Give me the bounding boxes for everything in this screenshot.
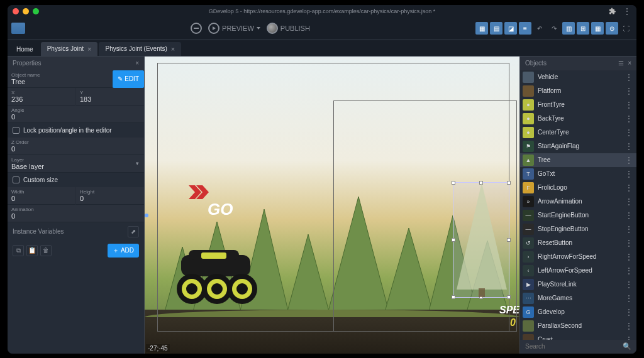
groups-panel-icon[interactable]: ▤ bbox=[490, 22, 502, 35]
zoom-fit-icon[interactable]: ⊙ bbox=[606, 22, 618, 35]
search-input[interactable] bbox=[525, 343, 623, 350]
object-item[interactable]: ›RightArrowForSpeed⋮ bbox=[520, 250, 636, 264]
object-menu-icon[interactable]: ⋮ bbox=[624, 335, 634, 340]
undo-icon[interactable]: ↶ bbox=[533, 22, 546, 35]
close-icon[interactable]: × bbox=[87, 45, 91, 53]
tab-scene[interactable]: Physics Joint × bbox=[41, 42, 98, 56]
instance-variables-header: Instance Variables ⬈ bbox=[8, 222, 144, 241]
object-menu-icon[interactable]: ⋮ bbox=[624, 294, 634, 303]
object-name: Tree bbox=[538, 156, 620, 163]
z-order-field[interactable]: 0 bbox=[11, 145, 15, 153]
object-item[interactable]: Platform⋮ bbox=[520, 84, 636, 98]
object-menu-icon[interactable]: ⋮ bbox=[624, 211, 634, 220]
svg-rect-23 bbox=[479, 288, 485, 297]
project-manager-icon[interactable] bbox=[11, 23, 25, 34]
width-field[interactable]: 0 bbox=[11, 195, 15, 202]
object-item[interactable]: ↺ResetButton⋮ bbox=[520, 236, 636, 250]
object-item[interactable]: ▶PlayStoreLink⋮ bbox=[520, 278, 636, 291]
tab-home[interactable]: Home bbox=[10, 43, 40, 56]
copy-icon[interactable]: ⧉ bbox=[13, 245, 24, 256]
object-menu-icon[interactable]: ⋮ bbox=[624, 280, 634, 289]
object-item[interactable]: ●BackTyre⋮ bbox=[520, 112, 636, 126]
object-thumb: ● bbox=[523, 113, 534, 124]
delete-icon[interactable]: 🗑 bbox=[40, 245, 52, 256]
add-variable-button[interactable]: ＋ ADD bbox=[108, 244, 139, 258]
search-icon[interactable]: 🔍 bbox=[623, 342, 631, 350]
layer-select[interactable]: Layer Base layer bbox=[8, 155, 144, 173]
minimize-window-icon[interactable] bbox=[23, 8, 29, 14]
maximize-window-icon[interactable] bbox=[33, 8, 39, 14]
extension-icon[interactable] bbox=[609, 8, 616, 15]
filter-icon[interactable]: ☰ bbox=[618, 60, 624, 67]
close-panel-icon[interactable]: × bbox=[628, 60, 631, 67]
object-menu-icon[interactable]: ⋮ bbox=[624, 156, 634, 165]
object-item[interactable]: ParallaxSecond⋮ bbox=[520, 319, 636, 333]
close-window-icon[interactable] bbox=[13, 8, 19, 14]
objects-list: Vehicle⋮Platform⋮●FrontTyre⋮●BackTyre⋮●C… bbox=[520, 70, 636, 340]
object-menu-icon[interactable]: ⋮ bbox=[624, 225, 634, 234]
object-menu-icon[interactable]: ⋮ bbox=[624, 322, 634, 330]
object-menu-icon[interactable]: ⋮ bbox=[624, 142, 634, 151]
objects-panel-icon[interactable]: ▦ bbox=[475, 22, 488, 35]
object-name: BackTyre bbox=[538, 115, 620, 122]
scene-canvas[interactable]: GO SPE 0 bbox=[145, 57, 519, 354]
selection-frame[interactable] bbox=[453, 182, 509, 298]
object-menu-icon[interactable]: ⋮ bbox=[624, 183, 634, 192]
object-item[interactable]: Vehicle⋮ bbox=[520, 70, 636, 84]
object-item[interactable]: TGoTxt⋮ bbox=[520, 167, 636, 181]
properties-header: Properties × bbox=[8, 57, 144, 70]
svg-marker-22 bbox=[457, 183, 507, 290]
object-item[interactable]: ▲Tree⋮ bbox=[520, 153, 636, 167]
object-item[interactable]: ●CenterTyre⋮ bbox=[520, 126, 636, 139]
object-item[interactable]: ●FrontTyre⋮ bbox=[520, 98, 636, 112]
object-menu-icon[interactable]: ⋮ bbox=[624, 308, 634, 317]
more-menu-icon[interactable]: ⋮ bbox=[623, 8, 631, 14]
object-menu-icon[interactable]: ⋮ bbox=[624, 114, 634, 123]
object-item[interactable]: Crust⋮ bbox=[520, 333, 636, 340]
object-menu-icon[interactable]: ⋮ bbox=[624, 266, 634, 275]
object-item[interactable]: »ArrowAnimation⋮ bbox=[520, 195, 636, 209]
object-menu-icon[interactable]: ⋮ bbox=[624, 73, 634, 82]
object-thumb: ▲ bbox=[523, 155, 534, 166]
object-menu-icon[interactable]: ⋮ bbox=[624, 128, 634, 137]
edit-button[interactable]: ✎ EDIT bbox=[113, 70, 144, 88]
object-menu-icon[interactable]: ⋮ bbox=[624, 239, 634, 247]
instances-panel-icon[interactable]: ≡ bbox=[519, 22, 531, 35]
lock-checkbox[interactable]: Lock position/angle in the editor bbox=[8, 123, 144, 138]
close-panel-icon[interactable]: × bbox=[135, 60, 139, 67]
fullscreen-icon[interactable]: ⛶ bbox=[620, 22, 633, 35]
debug-button[interactable] bbox=[191, 23, 202, 34]
open-variables-icon[interactable]: ⬈ bbox=[128, 226, 139, 237]
object-thumb bbox=[523, 320, 534, 332]
object-item[interactable]: —StopEngineButton⋮ bbox=[520, 222, 636, 236]
object-item[interactable]: GGdevelop⋮ bbox=[520, 305, 636, 319]
object-menu-icon[interactable]: ⋮ bbox=[624, 87, 634, 95]
grid-icon[interactable]: ▦ bbox=[591, 22, 604, 35]
object-name: StartAgainFlag bbox=[538, 143, 620, 149]
object-item[interactable]: ⚑StartAgainFlag⋮ bbox=[520, 139, 636, 153]
redo-icon[interactable]: ↷ bbox=[548, 22, 560, 35]
animation-field[interactable]: 0 bbox=[11, 212, 15, 220]
preview-button[interactable]: PREVIEW bbox=[208, 23, 260, 34]
object-item[interactable]: ‹LeftArrowForSpeed⋮ bbox=[520, 264, 636, 278]
object-item[interactable]: ⋯MoreGames⋮ bbox=[520, 291, 636, 305]
properties-panel-icon[interactable]: ◪ bbox=[504, 22, 517, 35]
object-item[interactable]: FFrolicLogo⋮ bbox=[520, 181, 636, 195]
custom-size-checkbox[interactable]: Custom size bbox=[8, 173, 144, 187]
object-item[interactable]: —StartEngineButton⋮ bbox=[520, 209, 636, 222]
height-field[interactable]: 0 bbox=[80, 195, 84, 202]
y-field[interactable]: 183 bbox=[80, 95, 91, 103]
object-menu-icon[interactable]: ⋮ bbox=[624, 197, 634, 206]
object-menu-icon[interactable]: ⋮ bbox=[624, 100, 634, 109]
paste-icon[interactable]: 📋 bbox=[26, 245, 38, 256]
object-name: ResetButton bbox=[538, 239, 620, 246]
angle-field[interactable]: 0 bbox=[11, 113, 15, 121]
tool-b-icon[interactable]: ⊞ bbox=[577, 22, 589, 35]
object-menu-icon[interactable]: ⋮ bbox=[624, 170, 634, 178]
tab-events[interactable]: Physics Joint (Events) × bbox=[99, 42, 181, 56]
publish-button[interactable]: PUBLISH bbox=[267, 23, 310, 34]
x-field[interactable]: 236 bbox=[11, 95, 23, 103]
layers-panel-icon[interactable]: ▥ bbox=[562, 22, 575, 35]
close-icon[interactable]: × bbox=[171, 45, 175, 53]
object-menu-icon[interactable]: ⋮ bbox=[624, 252, 634, 261]
